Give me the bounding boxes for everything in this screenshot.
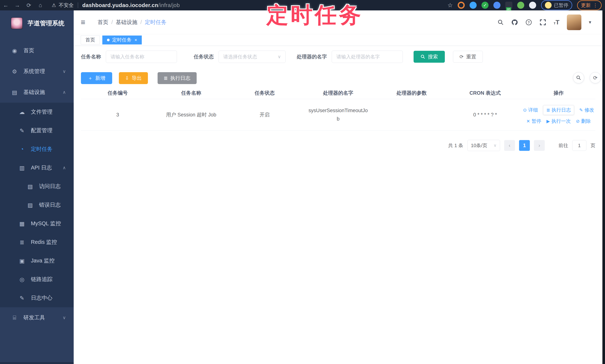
sidebar-item-infra[interactable]: ▤ 基础设施 ∧ xyxy=(0,82,74,103)
trash-icon: ⊘ xyxy=(576,119,580,124)
sidebar-item-tracing[interactable]: ◎ 链路追踪 xyxy=(0,270,74,289)
github-icon[interactable] xyxy=(511,19,518,26)
filter-form: 任务名称 任务状态 请选择任务状态 ∨ 处理器的名字 搜索 ⟳ 重置 xyxy=(81,51,483,63)
page-url[interactable]: dashboard.yudao.iocoder.cn/infra/job xyxy=(82,2,180,8)
browser-back-icon[interactable]: ← xyxy=(0,2,12,8)
tabs-bar: 首页 定时任务 × xyxy=(74,34,602,46)
edit-square-icon: ✎ xyxy=(18,127,26,134)
eye-icon: ◎ xyxy=(18,276,26,283)
export-button[interactable]: ⇩ 导出 xyxy=(119,72,148,84)
java-monitor-icon: ▣ xyxy=(18,258,26,264)
refresh-icon[interactable]: ⟳ xyxy=(590,72,601,83)
next-page-button[interactable]: › xyxy=(534,140,545,151)
edit-action[interactable]: ✎修改 xyxy=(579,107,594,113)
help-icon[interactable]: ? xyxy=(525,19,532,26)
sidebar-item-api-log[interactable]: ▥ API 日志 ∧ xyxy=(0,158,74,177)
app-logo-row[interactable]: 芋道管理系统 xyxy=(0,10,74,31)
refresh-icon: ⟳ xyxy=(460,54,464,60)
breadcrumb-home[interactable]: 首页 xyxy=(98,19,108,26)
page-scrollbar[interactable] xyxy=(602,10,605,364)
pause-action[interactable]: ✕暂停 xyxy=(526,118,541,124)
browser-reload-icon[interactable]: ⟳ xyxy=(23,2,35,9)
extension-icon[interactable] xyxy=(529,2,536,9)
pagination: 共 1 条 10条/页 ∨ ‹ 1 › 前往 页 xyxy=(81,140,595,151)
toggle-search-icon[interactable] xyxy=(573,72,584,83)
sidebar: 芋道管理系统 ◉ 首页 ⚙ 系统管理 ∨ ▤ 基础设施 ∧ ☁ 文件管理 xyxy=(0,10,74,364)
total-count: 共 1 条 xyxy=(448,142,463,149)
job-log-action[interactable]: ≣执行日志 xyxy=(543,105,574,115)
table-tools: ⟳ xyxy=(573,72,601,83)
extension-icon[interactable] xyxy=(458,2,465,9)
extension-icon[interactable] xyxy=(517,2,524,9)
navbar-actions: ? тT ▾ xyxy=(498,14,602,30)
list-icon: ≣ xyxy=(546,107,550,113)
sidebar-item-java-monitor[interactable]: ▣ Java 监控 xyxy=(0,251,74,270)
collapse-menu-icon[interactable]: ≡ xyxy=(81,18,85,27)
detail-action[interactable]: ⊙详细 xyxy=(523,107,538,113)
browser-forward-icon[interactable]: → xyxy=(12,2,23,8)
handler-name-input[interactable] xyxy=(332,51,403,63)
cell-handler-name: sysUserSessionTimeoutJob xyxy=(301,99,375,130)
extension-icon[interactable] xyxy=(493,2,500,9)
tab-scheduled-jobs[interactable]: 定时任务 × xyxy=(102,36,142,44)
address-divider xyxy=(78,2,78,8)
sidebar-item-home[interactable]: ◉ 首页 xyxy=(0,40,74,61)
svg-text:?: ? xyxy=(528,20,530,24)
run-log-button[interactable]: ≣ 执行日志 xyxy=(158,72,197,84)
breadcrumb-infra[interactable]: 基础设施 xyxy=(116,19,137,26)
font-size-icon[interactable]: тT xyxy=(554,19,559,26)
fullscreen-icon[interactable] xyxy=(539,19,546,26)
dashboard-icon: ◉ xyxy=(10,47,19,54)
browser-home-icon[interactable]: ⌂ xyxy=(35,2,46,8)
tab-home[interactable]: 首页 xyxy=(81,36,100,44)
mysql-icon: ▦ xyxy=(18,221,26,227)
extension-icon[interactable]: on xyxy=(505,2,512,9)
extension-icon[interactable]: ✓ xyxy=(481,2,488,9)
search-icon xyxy=(421,54,425,59)
prev-page-button[interactable]: ‹ xyxy=(504,140,515,151)
job-status-select[interactable]: 请选择任务状态 ∨ xyxy=(219,51,286,63)
gear-icon: ⚙ xyxy=(10,68,19,75)
sidebar-item-file-manage[interactable]: ☁ 文件管理 xyxy=(0,103,74,121)
sidebar-item-devtools[interactable]: ⌸ 研发工具 ∨ xyxy=(0,307,74,328)
sidebar-item-access-log[interactable]: ▧ 访问日志 xyxy=(0,177,74,196)
sidebar-item-system[interactable]: ⚙ 系统管理 ∨ xyxy=(0,61,74,82)
search-button[interactable]: 搜索 xyxy=(414,51,445,63)
extension-icon[interactable] xyxy=(470,2,477,9)
sidebar-item-scheduled-jobs[interactable]: ◔ 定时任务 xyxy=(0,140,74,158)
table-row: 3 用户 Session 超时 Job 开启 sysUserSessionTim… xyxy=(81,99,595,130)
table-toolbar: ＋ 新增 ⇩ 导出 ≣ 执行日志 ⟳ xyxy=(81,72,197,84)
eye-icon: ⊙ xyxy=(523,107,527,113)
sidebar-item-log-center[interactable]: ✎ 日志中心 xyxy=(0,289,74,307)
chevron-down-icon: ∨ xyxy=(494,143,497,148)
job-name-input[interactable] xyxy=(106,51,177,63)
sidebar-item-mysql-monitor[interactable]: ▦ MySQL 监控 xyxy=(0,214,74,233)
col-actions: 操作 xyxy=(522,87,595,99)
user-avatar[interactable] xyxy=(567,14,581,30)
cell-handler-param xyxy=(375,99,448,130)
add-button[interactable]: ＋ 新增 xyxy=(81,72,112,84)
api-log-icon: ▥ xyxy=(18,165,26,171)
table-header: 任务编号 任务名称 任务状态 处理器的名字 处理器的参数 CRON 表达式 操作 xyxy=(81,87,595,99)
sidebar-item-config-manage[interactable]: ✎ 配置管理 xyxy=(0,121,74,140)
chrome-update-button[interactable]: 更新 ⋮ xyxy=(577,0,602,10)
close-icon[interactable]: × xyxy=(134,37,137,43)
reset-button[interactable]: ⟳ 重置 xyxy=(453,51,483,63)
sidebar-bottom-strip xyxy=(0,362,74,364)
sidebar-item-redis-monitor[interactable]: ≣ Redis 监控 xyxy=(0,233,74,251)
caret-down-icon[interactable]: ▾ xyxy=(589,19,591,25)
profile-paused-badge[interactable]: 已暂停 xyxy=(541,0,572,10)
goto-page-input[interactable] xyxy=(572,140,586,151)
active-tab-dot xyxy=(107,39,110,41)
job-status-label: 任务状态 xyxy=(194,53,214,60)
page-size-select[interactable]: 10条/页 ∨ xyxy=(467,140,500,151)
browser-menu-icon[interactable]: ⋮ xyxy=(593,2,598,8)
sidebar-menu: ◉ 首页 ⚙ 系统管理 ∨ ▤ 基础设施 ∧ ☁ 文件管理 ✎ 配置管 xyxy=(0,40,74,328)
delete-action[interactable]: ⊘删除 xyxy=(576,118,591,124)
run-once-action[interactable]: ▶执行一次 xyxy=(546,118,571,124)
address-bar[interactable]: ⚠ 不安全 dashboard.yudao.iocoder.cn/infra/j… xyxy=(52,2,180,9)
search-icon[interactable] xyxy=(498,19,504,26)
bookmark-star-icon[interactable]: ☆ xyxy=(447,2,453,9)
sidebar-item-error-log[interactable]: ▨ 错误日志 xyxy=(0,196,74,214)
current-page-button[interactable]: 1 xyxy=(519,140,530,151)
